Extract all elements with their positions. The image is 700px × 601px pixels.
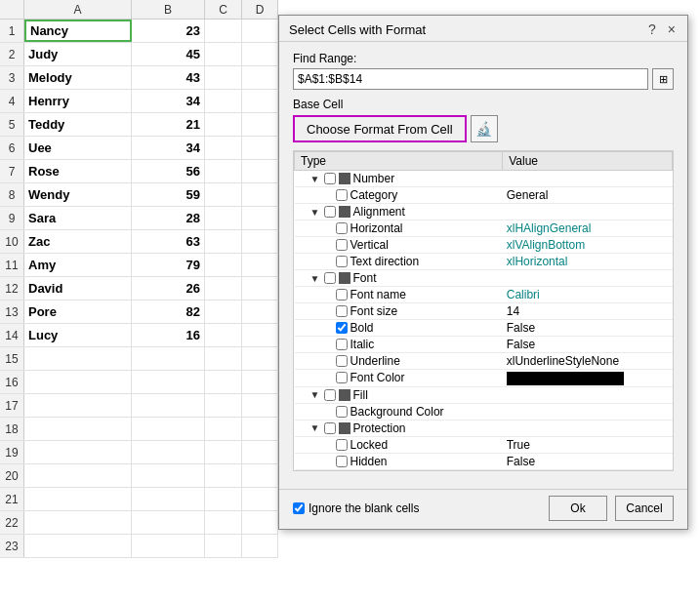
cell-b[interactable] [132, 347, 205, 370]
cell-b[interactable]: 82 [132, 300, 205, 323]
cell-c[interactable] [205, 394, 242, 417]
cell-c[interactable] [205, 113, 242, 136]
table-row[interactable]: 18 [0, 418, 278, 441]
tree-item-checkbox[interactable] [336, 322, 348, 334]
cell-c[interactable] [205, 230, 242, 253]
cell-a[interactable] [24, 441, 132, 463]
table-row[interactable]: 10Zac63 [0, 230, 278, 254]
tree-expand-icon[interactable]: ▼ [310, 389, 322, 400]
cell-d[interactable] [242, 371, 278, 393]
cell-c[interactable] [205, 66, 242, 89]
cell-a[interactable] [24, 371, 132, 393]
cell-a[interactable]: Henrry [24, 90, 132, 112]
cell-c[interactable] [205, 20, 242, 42]
cell-b[interactable]: 56 [132, 160, 205, 182]
table-row[interactable]: 13Pore82 [0, 300, 278, 324]
cell-a[interactable]: Amy [24, 254, 132, 276]
cell-c[interactable] [205, 535, 242, 557]
cell-c[interactable] [205, 43, 242, 65]
table-row[interactable]: 21 [0, 488, 278, 511]
cell-c[interactable] [205, 347, 242, 370]
cell-c[interactable] [205, 300, 242, 323]
cell-d[interactable] [242, 207, 278, 229]
cell-d[interactable] [242, 254, 278, 276]
cell-b[interactable]: 59 [132, 183, 205, 206]
tree-item-checkbox[interactable] [336, 289, 348, 300]
tree-item-checkbox[interactable] [336, 256, 348, 267]
cell-d[interactable] [242, 300, 278, 323]
cell-d[interactable] [242, 43, 278, 65]
cell-c[interactable] [205, 160, 242, 182]
ok-button[interactable]: Ok [549, 496, 607, 521]
tree-expand-icon[interactable]: ▼ [310, 207, 322, 218]
tree-item-checkbox[interactable] [336, 406, 348, 418]
tree-item-checkbox[interactable] [336, 222, 348, 234]
cell-d[interactable] [242, 511, 278, 534]
table-row[interactable]: 11Amy79 [0, 254, 278, 277]
table-row[interactable]: 14Lucy16 [0, 324, 278, 347]
cell-b[interactable] [132, 511, 205, 534]
table-row[interactable]: 7Rose56 [0, 160, 278, 183]
cell-a[interactable]: David [24, 277, 132, 300]
cell-d[interactable] [242, 347, 278, 370]
cell-d[interactable] [242, 324, 278, 346]
choose-format-button[interactable]: Choose Format From Cell [293, 115, 467, 142]
cell-a[interactable] [24, 488, 132, 510]
cell-a[interactable] [24, 394, 132, 417]
tree-item-checkbox[interactable] [336, 339, 348, 350]
cell-c[interactable] [205, 207, 242, 229]
tree-item-checkbox[interactable] [336, 372, 348, 383]
cell-d[interactable] [242, 394, 278, 417]
cell-a[interactable]: Wendy [24, 183, 132, 206]
cell-d[interactable] [242, 418, 278, 440]
cell-d[interactable] [242, 113, 278, 136]
table-row[interactable]: 6Uee34 [0, 137, 278, 160]
tree-item-checkbox[interactable] [324, 422, 336, 434]
cell-d[interactable] [242, 183, 278, 206]
cell-b[interactable] [132, 371, 205, 393]
cell-d[interactable] [242, 90, 278, 112]
table-row[interactable]: 8Wendy59 [0, 183, 278, 207]
tree-item-checkbox[interactable] [324, 389, 336, 401]
range-picker-button[interactable]: ⊞ [652, 68, 674, 90]
dialog-close-button[interactable]: × [666, 21, 678, 37]
cell-b[interactable] [132, 464, 205, 487]
cell-c[interactable] [205, 488, 242, 510]
table-row[interactable]: 5Teddy21 [0, 113, 278, 137]
cell-d[interactable] [242, 464, 278, 487]
table-row[interactable]: 2Judy45 [0, 43, 278, 66]
table-row[interactable]: 23 [0, 535, 278, 558]
cell-b[interactable] [132, 488, 205, 510]
cell-c[interactable] [205, 183, 242, 206]
cell-a[interactable]: Pore [24, 300, 132, 323]
cell-b[interactable]: 34 [132, 137, 205, 159]
cell-a[interactable] [24, 535, 132, 557]
cell-d[interactable] [242, 20, 278, 42]
eyedropper-button[interactable]: 🔬 [471, 115, 498, 142]
table-row[interactable]: 16 [0, 371, 278, 394]
cell-d[interactable] [242, 66, 278, 89]
tree-item-checkbox[interactable] [336, 355, 348, 367]
cell-a[interactable]: Uee [24, 137, 132, 159]
cell-b[interactable]: 26 [132, 277, 205, 300]
cell-b[interactable]: 16 [132, 324, 205, 346]
tree-item-checkbox[interactable] [336, 189, 348, 201]
tree-expand-icon[interactable]: ▼ [310, 422, 322, 433]
table-row[interactable]: 12David26 [0, 277, 278, 300]
tree-item-checkbox[interactable] [324, 206, 336, 218]
cell-b[interactable] [132, 418, 205, 440]
cell-b[interactable] [132, 441, 205, 463]
cell-c[interactable] [205, 90, 242, 112]
cell-b[interactable]: 23 [132, 20, 205, 42]
cell-b[interactable]: 21 [132, 113, 205, 136]
cell-b[interactable]: 28 [132, 207, 205, 229]
cell-c[interactable] [205, 371, 242, 393]
cell-b[interactable] [132, 394, 205, 417]
table-row[interactable]: 3Melody43 [0, 66, 278, 90]
cell-a[interactable]: Zac [24, 230, 132, 253]
cell-a[interactable]: Judy [24, 43, 132, 65]
cell-b[interactable]: 79 [132, 254, 205, 276]
cell-a[interactable]: Rose [24, 160, 132, 182]
cell-d[interactable] [242, 277, 278, 300]
cell-b[interactable]: 45 [132, 43, 205, 65]
